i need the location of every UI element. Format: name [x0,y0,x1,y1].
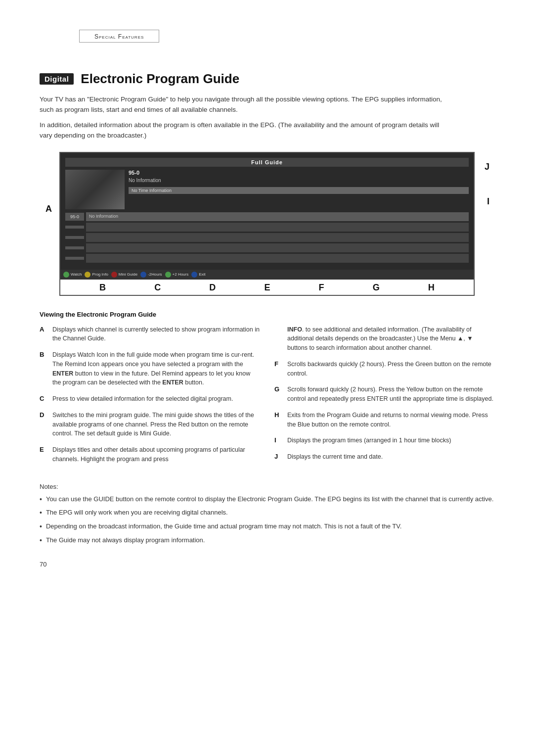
notes-item-2: The EPG will only work when you are rece… [40,508,494,519]
viewing-heading: Viewing the Electronic Program Guide [40,311,494,318]
epg-header-bar: Full Guide [65,158,469,167]
epg-no-time-info: No Time Information [129,187,469,194]
epg-channel-row-1 [65,223,469,232]
desc-text-h: Exits from the Program Guide and returns… [287,411,494,429]
desc-text-j: Displays the current time and date. [287,452,383,462]
epg-btn-minus2h-label: -2Hours [148,272,162,277]
epg-btn-exit: Exit [191,272,205,278]
epg-ch-content-2 [86,233,469,242]
intro-paragraph-1: Your TV has an "Electronic Program Guide… [40,94,445,115]
epg-label-i: I [487,196,490,207]
desc-item-j: J Displays the current time and date. [274,452,494,462]
epg-label-g: G [373,283,380,293]
digital-badge: Digital [40,73,74,85]
epg-ch-content-1 [86,223,469,232]
epg-btn-proginfo-label: Prog Info [92,272,108,277]
descriptions-right-col: INFO. to see additional and detailed inf… [274,325,494,471]
epg-channel-row-3 [65,243,469,252]
epg-btn-minus2h: -2Hours [140,272,162,278]
epg-label-d: D [209,283,216,293]
notes-label: Notes: [40,483,494,490]
epg-channel-number: 95-0 [129,170,469,176]
epg-btn-plus2h: +2 Hours [165,272,189,278]
minus2h-icon [140,272,146,278]
desc-item-c: C Press to view detailed information for… [40,394,260,404]
epg-label-j: J [485,162,490,172]
epg-label-b: B [99,283,106,293]
desc-text-f: Scrolls backwards quickly (2 hours). Pre… [287,360,494,378]
epg-thumbnail [65,170,125,209]
epg-label-f: F [319,283,324,293]
watch-icon [63,272,69,278]
epg-label-h: H [428,283,435,293]
notes-section: Notes: You can use the GUIDE button on t… [40,483,494,546]
notes-item-3-text: Depending on the broadcast information, … [46,521,402,532]
miniguide-icon [111,272,117,278]
desc-item-e: E Displays titles and other details abou… [40,445,260,464]
page-title: Electronic Program Guide [81,71,239,87]
desc-item-a: A Displays which channel is currently se… [40,325,260,344]
epg-bottom-bar: Watch Prog Info Mini Guide -2Hours +2 Ho… [60,270,474,280]
descriptions-grid: A Displays which channel is currently se… [40,325,494,471]
desc-letter-c: C [40,395,47,402]
epg-btn-watch-label: Watch [71,272,82,277]
desc-letter-f: F [274,360,282,368]
epg-btn-miniguide: Mini Guide [111,272,137,278]
desc-text-i: Displays the program times (arranged in … [287,436,451,445]
special-features-box: Special Features [79,30,159,43]
epg-label-c: C [154,283,161,293]
plus2h-icon [165,272,171,278]
epg-channel-row-4 [65,254,469,263]
epg-label-e: E [264,283,270,293]
epg-ch-content-4 [86,254,469,263]
desc-letter-b: B [40,351,47,358]
epg-top-info: 95-0 No Information No Time Information [129,170,469,209]
epg-channel-row-active: 95-0 No Information [65,212,469,221]
epg-channel-list: 95-0 No Information [65,212,469,263]
desc-text-info: INFO. to see additional and detailed inf… [287,325,494,353]
notes-item-4: The Guide may not always display program… [40,535,494,546]
epg-ch-label-2 [65,236,84,239]
notes-item-4-text: The Guide may not always display program… [46,535,205,546]
desc-text-b: Displays Watch Icon in the full guide mo… [52,350,260,387]
epg-ch-label-1 [65,226,84,229]
notes-list: You can use the GUIDE button on the remo… [40,494,494,546]
epg-ch-content-3 [86,243,469,252]
epg-btn-proginfo: Prog Info [85,272,108,278]
epg-bottom-labels: B C D E F G H [60,280,474,295]
epg-btn-watch: Watch [63,272,82,278]
epg-channel-row-2 [65,233,469,242]
epg-ch-label-4 [65,257,84,260]
desc-letter-j: J [274,453,282,460]
desc-text-a: Displays which channel is currently sele… [52,325,260,344]
epg-top-section: 95-0 No Information No Time Information [65,170,469,209]
desc-letter-e: E [40,446,47,453]
desc-text-d: Switches to the mini program guide. The … [52,411,260,438]
epg-ch-label-3 [65,246,84,249]
epg-ch-content-active: No Information [86,212,469,221]
desc-item-i: I Displays the program times (arranged i… [274,436,494,445]
desc-text-c: Press to view detailed information for t… [52,394,233,404]
epg-ch-label: 95-0 [65,213,84,221]
intro-paragraph-2: In addition, detailed information about … [40,120,445,141]
proginfo-icon [85,272,90,278]
desc-item-d: D Switches to the mini program guide. Th… [40,411,260,438]
title-row: Digital Electronic Program Guide [40,71,494,87]
desc-item-f: F Scrolls backwards quickly (2 hours). P… [274,360,494,378]
desc-letter-g: G [274,385,282,393]
notes-item-1-text: You can use the GUIDE button on the remo… [46,494,493,505]
desc-letter-i: I [274,436,282,444]
page-number: 70 [40,561,494,568]
desc-text-g: Scrolls forward quickly (2 hours). Press… [287,385,494,404]
exit-icon [191,272,197,278]
descriptions-left-col: A Displays which channel is currently se… [40,325,260,471]
desc-text-e: Displays titles and other details about … [52,445,260,464]
epg-label-a: A [45,204,52,214]
epg-btn-exit-label: Exit [199,272,205,277]
desc-letter-d: D [40,411,47,419]
notes-item-1: You can use the GUIDE button on the remo… [40,494,494,505]
notes-item-2-text: The EPG will only work when you are rece… [46,508,228,519]
special-features-label: Special Features [94,33,144,40]
desc-item-h: H Exits from the Program Guide and retur… [274,411,494,429]
epg-no-information: No Information [129,178,469,183]
